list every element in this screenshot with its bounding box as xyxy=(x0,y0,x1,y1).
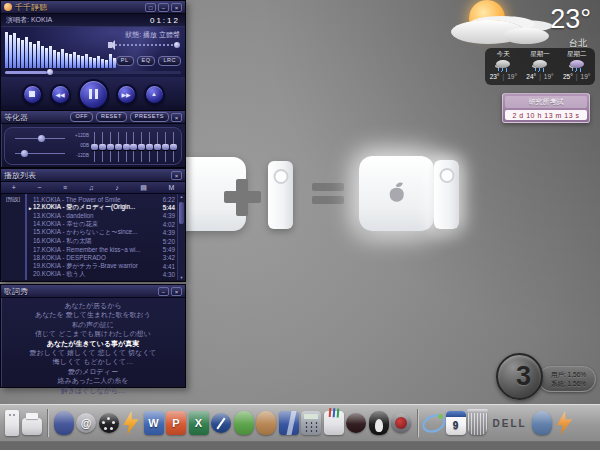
flame-fox-icon[interactable] xyxy=(555,411,575,435)
forecast-temps: 23°|19° xyxy=(490,73,517,80)
list-mode-button[interactable]: ≡ xyxy=(63,183,67,193)
kangaroo-icon[interactable] xyxy=(256,411,276,435)
seek-knob[interactable] xyxy=(47,69,53,75)
powerpoint-icon[interactable]: P xyxy=(166,411,186,435)
playlist-scrollbar[interactable]: ▲ ▼ xyxy=(177,194,185,280)
eq-reset-button[interactable]: RESET xyxy=(96,112,127,122)
add-track-button[interactable]: + xyxy=(12,183,16,193)
close-button[interactable]: × xyxy=(171,171,182,180)
thunder-lightning-icon[interactable] xyxy=(121,411,141,435)
eq-band-knob[interactable] xyxy=(107,144,114,150)
calendar-icon[interactable]: 9 xyxy=(446,411,466,435)
eq-band-slider[interactable] xyxy=(101,132,104,162)
eq-off-button[interactable]: OFF xyxy=(70,112,93,122)
surround-slider[interactable] xyxy=(15,153,65,154)
eq-band-knob[interactable] xyxy=(154,144,161,150)
penguin-icon[interactable] xyxy=(369,411,389,435)
eq-band-knob[interactable] xyxy=(115,144,122,150)
eq-band-knob[interactable] xyxy=(91,144,98,150)
film-reel-icon[interactable] xyxy=(99,413,119,433)
eq-band-slider[interactable] xyxy=(117,132,120,162)
calculator-icon[interactable] xyxy=(301,411,321,435)
red-skull-disc-icon[interactable] xyxy=(391,413,411,433)
volume-knob[interactable] xyxy=(174,42,180,48)
transport-controls: ◀◀ ▶▶ ▲ xyxy=(1,77,185,111)
blue-skull-pet-icon[interactable] xyxy=(54,411,74,435)
eq-band-knob[interactable] xyxy=(146,144,153,150)
player-titlebar[interactable]: 千千靜聽 □ − × xyxy=(1,1,185,14)
system-monitor-widget[interactable]: 用戶: 1.56% 系統: 1.56% 3 xyxy=(496,353,596,403)
trash-can-icon[interactable] xyxy=(468,411,487,435)
file-button[interactable]: ▤ xyxy=(140,183,147,193)
eq-band-slider[interactable] xyxy=(148,132,151,162)
lyrics-titlebar[interactable]: 歌詞秀 − × xyxy=(1,285,185,298)
playlist-track-row[interactable]: 16.KOKIA - 私の太陽5:20 xyxy=(27,237,177,245)
eq-band-slider[interactable] xyxy=(164,132,167,162)
equalizer-titlebar[interactable]: 等化器 OFF RESET PRESETS × xyxy=(1,111,185,124)
pause-button[interactable] xyxy=(78,79,109,110)
minimize-button[interactable]: − xyxy=(158,3,169,12)
playlist-titlebar[interactable]: 播放列表 × xyxy=(1,169,185,182)
buddies-green-icon[interactable] xyxy=(234,411,254,435)
close-button[interactable]: × xyxy=(171,3,182,12)
scroll-up-icon[interactable]: ▲ xyxy=(178,194,185,199)
eq-band-knob[interactable] xyxy=(99,144,106,150)
playlist-track-row[interactable]: 17.KOKIA - Remember the kiss~a wi...5:49 xyxy=(27,245,177,253)
mode-button[interactable]: M xyxy=(168,183,174,193)
countdown-widget[interactable]: 研究所考試 2 d 10 h 13 m 13 s xyxy=(502,93,590,123)
excel-icon[interactable]: X xyxy=(189,411,209,435)
eq-band-slider[interactable] xyxy=(125,132,128,162)
dark-red-disc-icon[interactable] xyxy=(346,413,366,433)
brush-cup-icon[interactable] xyxy=(324,411,344,435)
robot-pet-icon[interactable] xyxy=(532,411,552,435)
close-button[interactable]: × xyxy=(171,113,182,122)
playlist-track-row[interactable]: ▸12.KOKIA - 愛のメロディー(Origin...5:44 xyxy=(27,203,177,211)
eq-band-slider[interactable] xyxy=(172,132,175,162)
next-button[interactable]: ▶▶ xyxy=(116,84,137,105)
network-atom-icon[interactable] xyxy=(423,411,443,435)
pen-nib-circle-icon[interactable] xyxy=(211,413,231,433)
playlist-track-row[interactable]: 20.KOKIA - 歌う人4:30 xyxy=(27,271,177,279)
scroll-down-icon[interactable]: ▼ xyxy=(178,275,185,280)
word-icon[interactable]: W xyxy=(144,411,164,435)
blue-dictionary-icon[interactable] xyxy=(279,411,299,435)
playlist-toggle-button[interactable]: PL xyxy=(116,56,134,66)
eq-band-slider[interactable] xyxy=(156,132,159,162)
remove-track-button[interactable]: − xyxy=(37,183,41,193)
balance-knob[interactable] xyxy=(38,135,45,142)
balance-slider[interactable] xyxy=(15,138,65,139)
mail-at-icon[interactable]: @ xyxy=(76,413,96,433)
lyrics-line: 愛のメロディー xyxy=(1,367,185,376)
previous-button[interactable]: ◀◀ xyxy=(50,84,71,105)
eq-presets-button[interactable]: PRESETS xyxy=(130,112,169,122)
eq-band-slider[interactable] xyxy=(93,132,96,162)
stop-button[interactable] xyxy=(22,84,43,105)
equalizer-toggle-button[interactable]: EQ xyxy=(137,56,156,66)
lyrics-toggle-button[interactable]: LRC xyxy=(158,56,181,66)
skin-button[interactable]: □ xyxy=(145,3,156,12)
eq-band-knob[interactable] xyxy=(138,144,145,150)
sound-button[interactable]: ♫ xyxy=(89,183,94,193)
dock: @WPX9DELL xyxy=(0,404,600,442)
seek-bar[interactable] xyxy=(5,71,181,74)
spectrum-bar xyxy=(5,32,8,68)
eq-band-knob[interactable] xyxy=(123,144,130,150)
printer-icon[interactable] xyxy=(22,418,42,435)
close-button[interactable]: × xyxy=(171,287,182,296)
eq-band-knob[interactable] xyxy=(162,144,169,150)
tools-button[interactable]: ♪ xyxy=(115,183,119,193)
eq-band-slider[interactable] xyxy=(140,132,143,162)
minimize-button[interactable]: − xyxy=(158,287,169,296)
weather-widget[interactable]: 23° 台北 今天23°|19°星期一24°|19°星期二25°|19° xyxy=(451,0,597,88)
eject-button[interactable]: ▲ xyxy=(144,84,165,105)
high-temp: 24° xyxy=(526,73,536,80)
scroll-thumb[interactable] xyxy=(179,202,184,224)
playlist-group-panel[interactable]: [預設] xyxy=(1,194,27,280)
mac-pro-tower-icon[interactable] xyxy=(5,410,19,436)
eq-band-slider[interactable] xyxy=(132,132,135,162)
volume-slider[interactable] xyxy=(108,42,180,48)
eq-band-slider[interactable] xyxy=(109,132,112,162)
eq-band-knob[interactable] xyxy=(130,144,137,150)
eq-band-knob[interactable] xyxy=(170,144,177,150)
surround-knob[interactable] xyxy=(21,150,28,157)
